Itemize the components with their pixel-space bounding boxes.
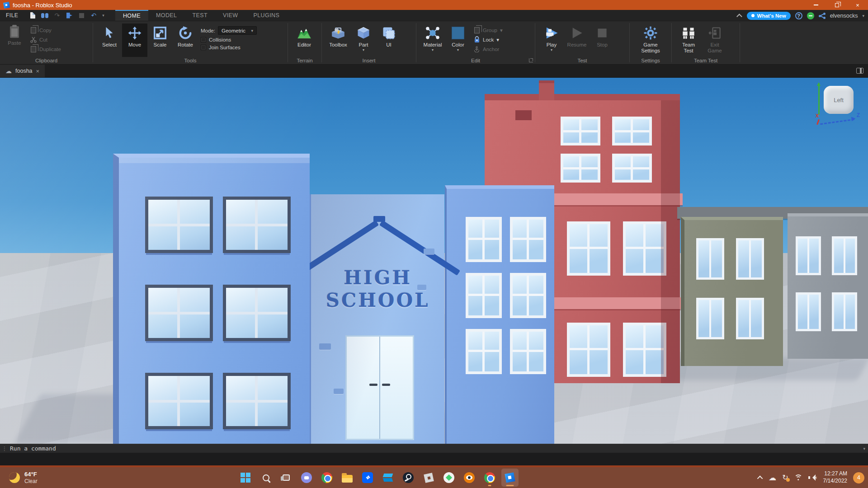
volume-muted-icon[interactable]: × <box>808 474 817 481</box>
color-caret-icon[interactable]: ▾ <box>457 49 459 51</box>
quick-access-caret-icon[interactable]: ▾ <box>102 13 104 18</box>
blue-building-left[interactable] <box>113 154 310 444</box>
select-tool-button[interactable]: Select <box>97 23 122 48</box>
tab-test[interactable]: TEST <box>184 10 215 21</box>
window <box>696 238 724 280</box>
mode-dropdown[interactable]: Geometric▾ <box>218 26 257 35</box>
collapse-ribbon-icon[interactable] <box>736 14 742 19</box>
tab-home[interactable]: HOME <box>115 10 148 21</box>
command-bar-grip-icon[interactable]: ⋮ <box>0 446 10 452</box>
tab-close-icon[interactable]: × <box>36 68 40 75</box>
edit-dialog-launcher-icon[interactable] <box>529 58 533 62</box>
high-school-building[interactable]: HIGH SCHOOL <box>310 194 444 444</box>
chrome-icon <box>321 472 332 483</box>
tab-view[interactable]: VIEW <box>215 10 246 21</box>
sync-update-icon[interactable]: ↻ <box>782 474 788 481</box>
new-file-icon[interactable] <box>29 12 36 19</box>
duplicate-button[interactable]: Duplicate <box>30 45 61 53</box>
cut-button[interactable]: Cut <box>30 36 61 43</box>
join-surfaces-checkbox[interactable] <box>201 45 206 50</box>
whats-new-button[interactable]: What's New <box>747 12 791 20</box>
blue-building-right[interactable] <box>445 185 554 444</box>
user-dropdown-caret-icon[interactable]: ▾ <box>862 14 864 18</box>
viewport-3d[interactable]: HIGH SCHOOL Left X Z <box>0 78 868 444</box>
sims-button[interactable] <box>440 469 458 487</box>
team-test-button[interactable]: Team Test <box>675 23 702 54</box>
roblox-player-button[interactable] <box>420 469 437 487</box>
menu-bar: FILE ↷ ↶ ▾ HOME MODEL TEST VIEW PLUGINS … <box>0 10 868 21</box>
share-icon[interactable] <box>819 13 826 19</box>
anchor-button[interactable]: Anchor <box>473 45 503 53</box>
play-caret-icon[interactable]: ▾ <box>551 49 552 51</box>
close-button[interactable]: × <box>847 0 868 10</box>
username[interactable]: elvensocks <box>830 13 858 19</box>
gray-building[interactable] <box>788 213 868 359</box>
material-button[interactable]: Material ▾ <box>420 23 445 51</box>
ribbon-tabs: HOME MODEL TEST VIEW PLUGINS <box>115 10 287 21</box>
view-cube[interactable]: Left X Z <box>807 82 862 127</box>
clock-time: 12:27 AM <box>824 470 847 478</box>
collisions-checkbox[interactable] <box>201 37 206 42</box>
search-button[interactable] <box>257 469 274 487</box>
play-button[interactable]: Play ▾ <box>539 23 564 51</box>
taskbar-clock[interactable]: 12:27 AM 7/14/2022 <box>823 470 847 484</box>
scale-tool-button[interactable]: Scale <box>147 23 173 48</box>
tab-model[interactable]: MODEL <box>148 10 184 21</box>
view-cube-face[interactable]: Left <box>824 86 854 114</box>
rotate-tool-button[interactable]: Rotate <box>173 23 198 48</box>
chat-button[interactable] <box>298 469 315 487</box>
play-icon <box>544 25 559 41</box>
steam-button[interactable] <box>400 469 417 487</box>
wifi-icon[interactable] <box>794 474 802 481</box>
chrome-button[interactable] <box>318 469 335 487</box>
exit-game-button[interactable]: Exit Game <box>702 23 728 54</box>
start-button[interactable] <box>237 469 254 487</box>
tab-plugins[interactable]: PLUGINS <box>246 10 288 21</box>
resume-button[interactable]: Resume <box>564 23 590 48</box>
ui-button[interactable]: UI <box>376 23 401 48</box>
layout-split-icon[interactable] <box>856 68 863 74</box>
onedrive-icon[interactable]: ☁ <box>769 474 776 482</box>
stop-icon[interactable] <box>78 12 85 19</box>
terrain-editor-button[interactable]: Editor <box>292 23 317 48</box>
task-view-button[interactable] <box>278 469 295 487</box>
chrome-profile-button[interactable] <box>481 469 498 487</box>
material-caret-icon[interactable]: ▾ <box>432 49 434 51</box>
axis-x-label: X <box>816 113 819 118</box>
paste-button[interactable]: Paste <box>4 23 25 46</box>
undo-icon[interactable]: ↶ <box>90 12 97 19</box>
document-tab-foosha[interactable]: ☁ foosha × <box>0 65 45 77</box>
redo-icon[interactable]: ↷ <box>53 12 61 19</box>
game-settings-button[interactable]: Game Settings <box>633 23 668 54</box>
move-tool-button[interactable]: Move <box>122 23 147 57</box>
olive-building[interactable] <box>681 217 783 366</box>
part-caret-icon[interactable]: ▾ <box>363 49 364 51</box>
hidden-icons-chevron-icon[interactable] <box>757 475 763 481</box>
part-button[interactable]: Part ▾ <box>351 23 376 51</box>
file-explorer-button[interactable] <box>339 469 356 487</box>
roblox-studio-button[interactable] <box>501 469 519 487</box>
notification-badge[interactable]: 4 <box>853 472 864 483</box>
command-input[interactable]: Run a command <box>10 445 56 452</box>
lock-button[interactable]: Lock▾ <box>473 36 503 43</box>
weather-widget[interactable]: 64°F Clear <box>5 467 42 488</box>
minimize-button[interactable] <box>806 0 826 10</box>
blender-button[interactable] <box>461 469 478 487</box>
find-icon[interactable] <box>41 12 48 19</box>
dropbox-button[interactable]: ❖ <box>359 469 376 487</box>
restore-button[interactable] <box>826 0 847 10</box>
run-script-icon[interactable] <box>66 12 73 19</box>
move-arrows-icon <box>128 25 142 41</box>
group-button[interactable]: Group▾ <box>473 26 503 34</box>
help-icon[interactable]: ? <box>795 12 802 19</box>
color-button[interactable]: Color ▾ <box>445 23 471 51</box>
status-icon[interactable] <box>807 12 814 19</box>
media-app-button[interactable] <box>379 469 396 487</box>
school-door[interactable] <box>345 335 414 440</box>
command-bar-caret-icon[interactable]: ▾ <box>863 446 865 451</box>
file-menu[interactable]: FILE <box>0 10 24 21</box>
toolbox-button[interactable]: Toolbox <box>326 23 351 48</box>
lock-caret-icon[interactable]: ▾ <box>496 37 499 43</box>
stop-button[interactable]: Stop <box>590 23 615 48</box>
copy-button[interactable]: Copy <box>30 26 61 34</box>
